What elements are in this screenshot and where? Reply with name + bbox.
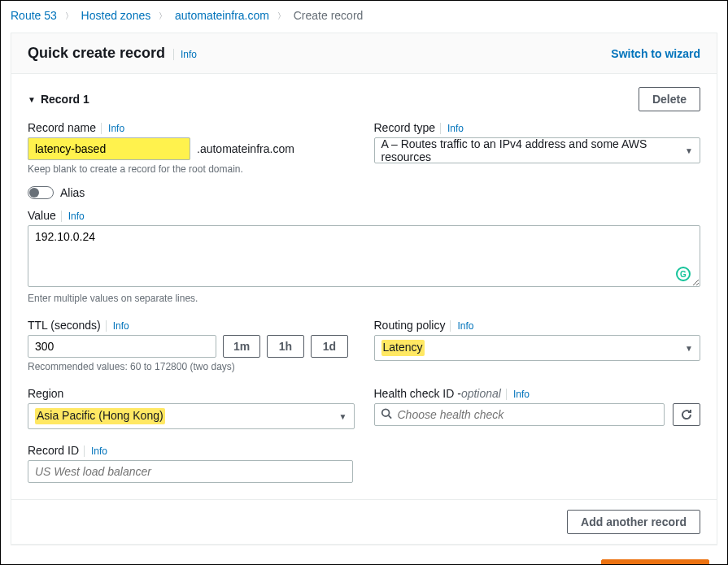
crumb-hosted-zones[interactable]: Hosted zones [81, 9, 151, 22]
health-check-label: Health check ID - optional Info [374, 387, 701, 400]
info-link-routing[interactable]: Info [450, 320, 473, 332]
label-text: Record name [28, 121, 96, 134]
optional-text: optional [461, 387, 501, 400]
record-id-section: Record ID Info [28, 444, 700, 483]
ttl-label: TTL (seconds) Info [28, 319, 355, 332]
record-name-hint: Keep blank to create a record for the ro… [28, 163, 355, 175]
ttl-routing-row: TTL (seconds) Info 1m 1h 1d Recommended … [28, 319, 700, 372]
record-header: ▼ Record 1 Delete [28, 87, 700, 111]
label-text: Record ID [28, 444, 79, 457]
create-record-panel: Quick create record Info Switch to wizar… [11, 33, 717, 545]
value-label: Value Info [28, 209, 700, 222]
value-textarea[interactable]: 192.10.0.24 [28, 225, 700, 287]
search-icon [381, 408, 392, 422]
routing-policy-value: Latency [381, 340, 425, 356]
record-name-label: Record name Info [28, 121, 355, 134]
delete-button[interactable]: Delete [639, 87, 700, 111]
info-link-type[interactable]: Info [440, 123, 464, 134]
record-name-input[interactable] [28, 137, 190, 160]
ttl-1h-button[interactable]: 1h [267, 335, 304, 358]
label-text: Region [28, 387, 63, 400]
info-link-header[interactable]: Info [173, 49, 197, 60]
region-label: Region [28, 387, 355, 400]
ttl-1m-button[interactable]: 1m [223, 335, 260, 358]
page-title: Quick create record [28, 45, 165, 61]
info-link-hc[interactable]: Info [506, 389, 530, 400]
panel-header: Quick create record Info Switch to wizar… [11, 33, 717, 74]
caret-down-icon: ▼ [339, 412, 347, 421]
cancel-button[interactable]: Cancel [531, 559, 593, 565]
label-text: Health check ID - [374, 387, 461, 400]
alias-row: Alias [28, 186, 700, 199]
routing-policy-label: Routing policy Info [374, 319, 701, 332]
chevron-right-icon: 〉 [277, 11, 286, 22]
chevron-right-icon: 〉 [159, 11, 167, 22]
label-text: TTL (seconds) [28, 319, 101, 332]
ttl-1d-button[interactable]: 1d [311, 335, 348, 358]
chevron-right-icon: 〉 [65, 11, 73, 22]
label-text: Routing policy [374, 319, 446, 332]
ttl-input[interactable] [28, 335, 216, 358]
caret-down-icon: ▼ [28, 95, 36, 104]
crumb-domain[interactable]: automateinfra.com [175, 9, 269, 22]
health-check-input[interactable] [374, 403, 665, 426]
record-id-label: Record ID Info [28, 444, 700, 457]
grammarly-icon: G [676, 267, 691, 281]
record-type-label: Record type Info [374, 121, 701, 134]
record-section-title: Record 1 [41, 93, 89, 106]
value-wrap: 192.10.0.24 G [28, 225, 700, 289]
alias-label: Alias [60, 186, 85, 199]
crumb-route53[interactable]: Route 53 [11, 9, 57, 22]
routing-policy-select[interactable]: Latency ▼ [374, 335, 701, 361]
domain-suffix: .automateinfra.com [197, 142, 294, 155]
panel-footer: Add another record [11, 499, 717, 544]
breadcrumbs: Route 53 〉 Hosted zones 〉 automateinfra.… [2, 2, 726, 28]
alias-toggle[interactable] [28, 186, 54, 199]
info-link-name[interactable]: Info [101, 123, 124, 134]
region-select[interactable]: Asia Pacific (Hong Kong) ▼ [28, 403, 355, 429]
caret-down-icon: ▼ [685, 146, 693, 155]
crumb-current: Create record [294, 9, 364, 22]
label-text: Record type [374, 121, 435, 134]
switch-to-wizard-link[interactable]: Switch to wizard [611, 47, 700, 60]
record-id-input[interactable] [28, 460, 353, 483]
record-type-value: A – Routes traffic to an IPv4 address an… [381, 137, 686, 163]
region-hc-row: Region Asia Pacific (Hong Kong) ▼ Health… [28, 387, 700, 429]
refresh-icon [680, 408, 693, 421]
svg-line-1 [388, 415, 391, 419]
info-link-value[interactable]: Info [61, 211, 85, 222]
record-section-toggle[interactable]: ▼ Record 1 [28, 93, 89, 106]
add-another-record-button[interactable]: Add another record [567, 510, 700, 534]
value-hint: Enter multiple values on separate lines. [28, 293, 700, 304]
info-link-ttl[interactable]: Info [106, 320, 129, 332]
page-actions: Cancel Create records [2, 553, 726, 565]
info-link-recordid[interactable]: Info [84, 445, 107, 457]
name-type-row: Record name Info .automateinfra.com Keep… [28, 121, 700, 175]
create-records-button[interactable]: Create records [601, 559, 709, 565]
refresh-button[interactable] [673, 403, 700, 426]
caret-down-icon: ▼ [685, 344, 693, 353]
panel-body: ▼ Record 1 Delete Record name Info .auto… [11, 74, 717, 499]
svg-point-0 [381, 409, 389, 416]
ttl-hint: Recommended values: 60 to 172800 (two da… [28, 361, 355, 372]
label-text: Value [28, 209, 56, 222]
region-value: Asia Pacific (Hong Kong) [35, 408, 165, 424]
record-type-select[interactable]: A – Routes traffic to an IPv4 address an… [374, 137, 701, 163]
